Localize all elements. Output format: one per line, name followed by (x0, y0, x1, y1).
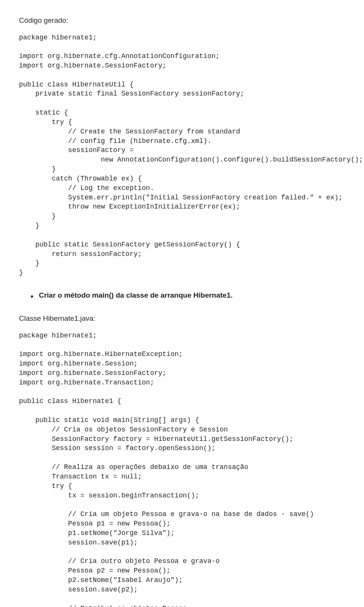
bullet-text: Criar o método main() da classe de arran… (39, 291, 232, 300)
section-heading-class-hibernate1: Classe Hibernate1.java: (19, 313, 345, 324)
code-block-hibernate1: package hibernate1; import org.hibernate… (19, 331, 345, 607)
code-block-hibernateutil: package hibernate1; import org.hibernate… (19, 33, 345, 278)
bullet-dot-icon: ● (30, 293, 33, 299)
section-heading-generated-code: Código gerado: (19, 15, 345, 26)
bullet-item-create-main: ● Criar o método main() da classe de arr… (30, 291, 345, 300)
